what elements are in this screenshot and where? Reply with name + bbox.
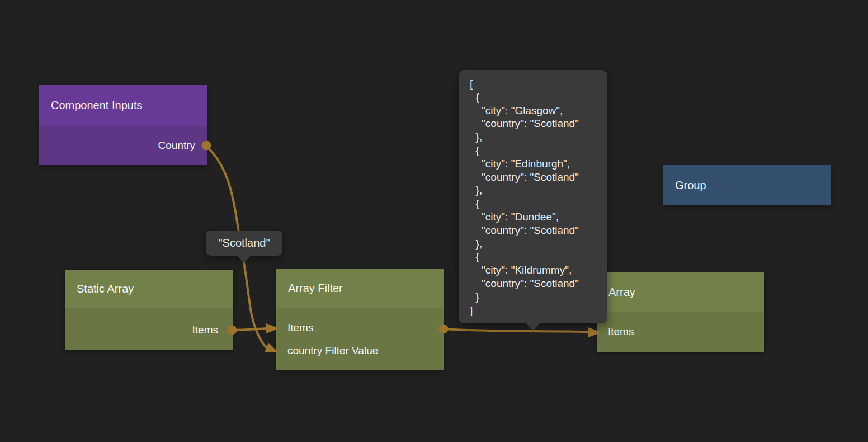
port-label: Country (158, 139, 195, 151)
connection-value-text: "Scotland" (218, 237, 270, 250)
node-title: Array (608, 286, 635, 299)
node-graph-canvas[interactable]: Component Inputs Country Static Array It… (0, 0, 868, 442)
node-array-filter[interactable]: Array Filter Items country Filter Value (276, 269, 444, 370)
node-title: Static Array (77, 283, 134, 295)
port-items-input[interactable]: Items (608, 324, 634, 340)
port-label: Items (192, 324, 218, 336)
port-label: Items (287, 322, 313, 333)
port-items-input[interactable]: Items (287, 320, 313, 336)
port-label: Items (608, 326, 634, 337)
node-component-inputs-header[interactable]: Component Inputs (39, 85, 207, 126)
node-array-filter-header[interactable]: Array Filter (276, 269, 444, 308)
wire-items-to-filter[interactable] (232, 328, 266, 330)
port-country-filter-value-input[interactable]: country Filter Value (287, 343, 378, 359)
node-static-array-header[interactable]: Static Array (65, 270, 233, 308)
node-static-array[interactable]: Static Array Items (65, 270, 233, 350)
node-group[interactable]: Group (663, 165, 831, 205)
result-preview-json: [ { "city": "Glasgow", "country": "Scotl… (470, 77, 607, 317)
connections-layer (0, 0, 868, 442)
port-label: country Filter Value (287, 345, 378, 356)
node-component-inputs[interactable]: Component Inputs Country (39, 85, 207, 165)
connection-value-tooltip: "Scotland" (206, 231, 282, 256)
tooltip-pointer (526, 323, 540, 331)
node-array-header[interactable]: Array (597, 272, 764, 312)
port-items-output[interactable]: Items (192, 322, 218, 338)
wire-filter-to-array[interactable] (444, 329, 588, 332)
result-preview-tooltip: [ { "city": "Glasgow", "country": "Scotl… (459, 70, 607, 323)
tooltip-pointer (237, 255, 251, 263)
node-title: Component Inputs (51, 99, 142, 112)
node-array[interactable]: Array Items (597, 272, 764, 352)
node-title: Group (675, 179, 706, 192)
port-country-output[interactable]: Country (158, 138, 195, 153)
node-title: Array Filter (288, 282, 343, 295)
node-group-header[interactable]: Group (663, 165, 831, 205)
